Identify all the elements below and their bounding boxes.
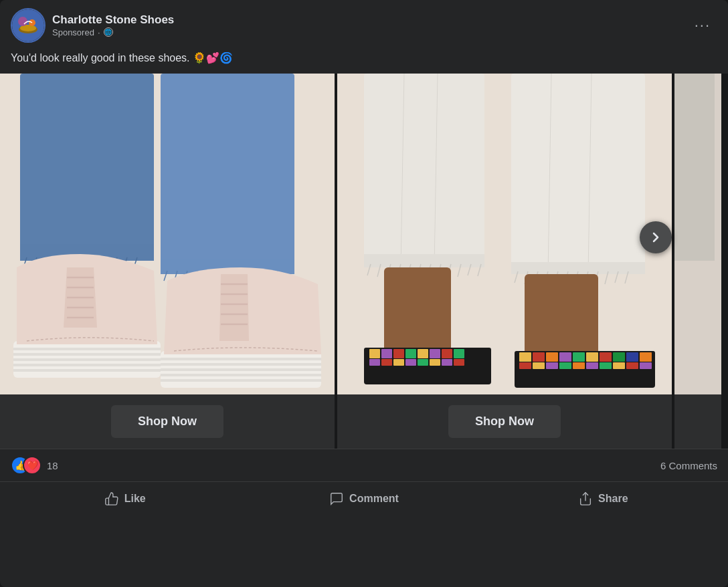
action-bar: Like Comment Share bbox=[0, 482, 728, 515]
shop-now-button-1[interactable]: Shop Now bbox=[111, 405, 223, 438]
svg-rect-137 bbox=[573, 362, 585, 369]
svg-rect-123 bbox=[519, 352, 531, 362]
svg-rect-129 bbox=[600, 352, 612, 362]
comment-icon bbox=[329, 491, 344, 506]
svg-rect-37 bbox=[13, 348, 161, 350]
svg-rect-136 bbox=[559, 362, 571, 369]
post-body: You'd look really good in these shoes. 🌻… bbox=[11, 52, 233, 64]
reaction-emojis: 👍 ❤️ bbox=[11, 456, 37, 475]
comments-count[interactable]: 6 Comments bbox=[660, 460, 717, 471]
carousel-item-1: Shop Now bbox=[0, 74, 335, 449]
share-icon bbox=[578, 491, 593, 506]
header-left: Charlotte Stone Shoes Sponsored · 🌐 bbox=[11, 8, 174, 43]
chevron-right-icon bbox=[648, 229, 664, 245]
svg-rect-127 bbox=[573, 352, 585, 362]
svg-rect-65 bbox=[364, 254, 484, 267]
carousel-item-2: Shop Now bbox=[337, 74, 672, 449]
svg-rect-39 bbox=[13, 358, 161, 361]
svg-rect-105 bbox=[369, 349, 380, 358]
shop-btn-area-3 bbox=[674, 394, 721, 443]
svg-rect-117 bbox=[418, 359, 428, 366]
sponsored-text: Sponsored bbox=[52, 27, 94, 37]
svg-rect-128 bbox=[586, 352, 598, 362]
svg-rect-111 bbox=[442, 349, 452, 358]
svg-rect-130 bbox=[613, 352, 625, 362]
svg-rect-142 bbox=[640, 362, 652, 369]
svg-rect-124 bbox=[533, 352, 545, 362]
svg-rect-140 bbox=[613, 362, 625, 369]
svg-rect-126 bbox=[559, 352, 571, 362]
shoe-canvas-1 bbox=[0, 74, 335, 394]
svg-rect-141 bbox=[626, 362, 638, 369]
svg-rect-125 bbox=[546, 352, 558, 362]
like-label: Like bbox=[124, 493, 146, 505]
svg-rect-38 bbox=[13, 353, 161, 356]
like-button[interactable]: Like bbox=[5, 485, 244, 513]
shoe-image-2 bbox=[337, 74, 672, 394]
more-options-icon: ··· bbox=[695, 17, 711, 33]
svg-rect-131 bbox=[626, 352, 638, 362]
svg-rect-113 bbox=[369, 359, 380, 366]
shop-btn-area-1: Shop Now bbox=[0, 394, 335, 449]
facebook-post-card: Charlotte Stone Shoes Sponsored · 🌐 ··· … bbox=[0, 0, 728, 587]
svg-rect-50 bbox=[161, 368, 321, 371]
svg-rect-120 bbox=[454, 359, 464, 366]
shop-now-button-2[interactable]: Shop Now bbox=[448, 405, 561, 438]
sponsored-row: Sponsored · 🌐 bbox=[52, 27, 174, 37]
separator: · bbox=[98, 27, 100, 37]
heart-icon: ❤️ bbox=[27, 460, 38, 471]
page-info: Charlotte Stone Shoes Sponsored · 🌐 bbox=[52, 13, 174, 37]
carousel-next-button[interactable] bbox=[640, 221, 672, 253]
carousel-wrapper: Shop Now bbox=[0, 74, 728, 449]
svg-rect-107 bbox=[393, 349, 404, 358]
svg-rect-60 bbox=[511, 74, 645, 274]
svg-rect-108 bbox=[405, 349, 416, 358]
comment-button[interactable]: Comment bbox=[244, 485, 483, 513]
svg-rect-115 bbox=[393, 359, 404, 366]
svg-rect-6 bbox=[20, 74, 154, 261]
svg-rect-48 bbox=[161, 358, 321, 360]
svg-rect-110 bbox=[430, 349, 440, 358]
shoe-image-1 bbox=[0, 74, 335, 394]
svg-rect-59 bbox=[364, 74, 484, 267]
avatar[interactable] bbox=[11, 8, 46, 43]
svg-rect-41 bbox=[13, 369, 161, 372]
svg-rect-135 bbox=[546, 362, 558, 369]
reactions-left: 👍 ❤️ 18 bbox=[11, 456, 58, 475]
globe-icon: 🌐 bbox=[104, 27, 113, 37]
reaction-count: 18 bbox=[47, 460, 58, 471]
svg-rect-119 bbox=[442, 359, 452, 366]
svg-rect-134 bbox=[533, 362, 545, 369]
svg-rect-114 bbox=[381, 359, 392, 366]
svg-rect-49 bbox=[161, 363, 321, 366]
svg-rect-118 bbox=[430, 359, 440, 366]
svg-rect-133 bbox=[519, 362, 531, 369]
svg-rect-51 bbox=[161, 374, 321, 376]
svg-rect-116 bbox=[405, 359, 416, 366]
shoe-canvas-3 bbox=[674, 74, 721, 394]
carousel-item-3 bbox=[674, 74, 721, 449]
heart-reaction: ❤️ bbox=[23, 456, 41, 475]
svg-rect-91 bbox=[384, 267, 451, 361]
share-label: Share bbox=[598, 493, 628, 505]
reactions-bar: 👍 ❤️ 18 6 Comments bbox=[0, 449, 728, 482]
svg-point-3 bbox=[18, 17, 27, 26]
svg-rect-138 bbox=[586, 362, 598, 369]
share-button[interactable]: Share bbox=[484, 485, 723, 513]
comment-label: Comment bbox=[349, 493, 399, 505]
svg-rect-40 bbox=[13, 364, 161, 366]
carousel-container: Shop Now bbox=[0, 74, 728, 449]
svg-rect-109 bbox=[418, 349, 428, 358]
more-options-button[interactable]: ··· bbox=[688, 14, 717, 37]
post-header: Charlotte Stone Shoes Sponsored · 🌐 ··· bbox=[0, 0, 728, 48]
svg-rect-112 bbox=[454, 349, 464, 358]
shoe-canvas-2 bbox=[337, 74, 672, 394]
post-text: You'd look really good in these shoes. 🌻… bbox=[0, 48, 728, 74]
shoe-image-3 bbox=[674, 74, 721, 394]
page-name[interactable]: Charlotte Stone Shoes bbox=[52, 13, 174, 27]
svg-rect-139 bbox=[600, 362, 612, 369]
svg-rect-52 bbox=[161, 379, 321, 382]
svg-rect-106 bbox=[381, 349, 392, 358]
svg-rect-132 bbox=[640, 352, 652, 362]
shop-btn-area-2: Shop Now bbox=[337, 394, 672, 449]
